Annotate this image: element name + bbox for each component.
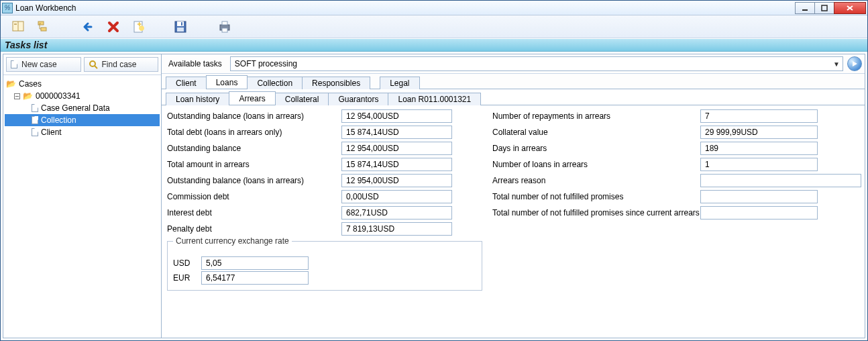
field-value[interactable]: 15 874,14USD — [341, 158, 452, 171]
right-pane: Available tasks SOFT processing ▼ Client… — [162, 54, 865, 338]
search-icon — [89, 60, 98, 69]
tab-spacer — [370, 87, 380, 89]
page-icon — [32, 116, 38, 124]
tab-arrears[interactable]: Arrears — [229, 91, 275, 105]
page-icon — [32, 128, 38, 136]
task-select[interactable]: SOFT processing ▼ — [230, 56, 843, 71]
field-value[interactable] — [700, 174, 861, 187]
toolbar-back-button[interactable] — [78, 17, 97, 36]
tab-responsibles[interactable]: Responsibles — [302, 77, 370, 89]
folder-open-icon: 📂 — [6, 80, 16, 88]
field-value[interactable]: 189 — [700, 142, 818, 155]
page-icon — [11, 60, 17, 68]
collapse-icon[interactable]: – — [14, 93, 20, 99]
field-value[interactable]: 7 819,13USD — [341, 222, 452, 236]
chevron-down-icon: ▼ — [833, 60, 840, 68]
field-value[interactable]: 12 954,00USD — [341, 109, 452, 123]
minimize-icon — [802, 5, 808, 11]
fx-label: EUR — [173, 273, 196, 283]
svg-rect-8 — [41, 28, 46, 31]
main-area: New case Find case 📂 Cases – 📂 000000334… — [3, 54, 865, 338]
app-window: % Loan Workbench — [0, 0, 868, 341]
available-tasks-label: Available tasks — [164, 59, 226, 68]
svg-rect-6 — [14, 23, 17, 25]
field-value[interactable]: 682,71USD — [341, 206, 452, 220]
toolbar-new-button[interactable] — [129, 17, 148, 36]
field-value[interactable]: 12 954,00USD — [341, 142, 452, 155]
tab-collection[interactable]: Collection — [247, 77, 303, 89]
tab-loan-history[interactable]: Loan history — [166, 93, 229, 105]
tree-node-general[interactable]: Case General Data — [5, 102, 160, 114]
taskbar: Available tasks SOFT processing ▼ — [162, 54, 865, 74]
window-title: Loan Workbench — [15, 3, 796, 13]
toolbar-print-button[interactable] — [215, 17, 234, 36]
task-select-value: SOFT processing — [235, 59, 297, 68]
new-doc-icon — [131, 19, 146, 34]
svg-rect-15 — [222, 21, 227, 25]
tabs-primary: Client Loans Collection Responsibles Leg… — [162, 74, 865, 89]
toolbar — [1, 15, 867, 38]
close-button[interactable] — [834, 2, 866, 14]
tab-loans[interactable]: Loans — [206, 75, 248, 89]
x-icon — [106, 19, 121, 34]
window-buttons — [796, 2, 866, 14]
fx-label: USD — [173, 258, 196, 268]
toolbar-button-1[interactable] — [9, 17, 28, 36]
new-case-button[interactable]: New case — [6, 57, 81, 72]
tab-guarantors[interactable]: Guarantors — [328, 93, 388, 105]
folder-open-icon: 📂 — [23, 92, 33, 100]
minimize-button[interactable] — [795, 2, 815, 14]
field-label: Outstanding balance — [167, 144, 341, 153]
tree-node-label: Collection — [41, 115, 76, 125]
toolbar-button-2[interactable] — [34, 17, 53, 36]
fx-legend: Current currency exchange rate — [173, 236, 292, 246]
tab-legal[interactable]: Legal — [380, 77, 419, 89]
tree-node-label: Client — [41, 128, 62, 137]
field-label: Total number of not fulfilled promises s… — [492, 208, 700, 217]
left-buttons: New case Find case — [3, 54, 161, 75]
field-value[interactable]: 29 999,99USD — [700, 126, 818, 139]
close-icon — [846, 5, 854, 11]
tree-case[interactable]: – 📂 0000003341 — [5, 90, 160, 102]
task-go-button[interactable] — [847, 56, 862, 71]
maximize-button[interactable] — [814, 2, 834, 14]
svg-rect-1 — [822, 5, 827, 11]
find-case-button[interactable]: Find case — [84, 57, 159, 72]
field-label: Total number of not fulfilled promises — [492, 192, 700, 201]
tree-node-label: Case General Data — [41, 103, 110, 113]
left-pane: New case Find case 📂 Cases – 📂 000000334… — [3, 54, 162, 338]
tree-node-collection[interactable]: Collection — [5, 114, 160, 126]
field-value[interactable] — [700, 206, 818, 220]
tree-root[interactable]: 📂 Cases — [5, 78, 160, 90]
fx-value[interactable]: 6,54177 — [201, 271, 309, 285]
tab-collateral[interactable]: Collateral — [275, 93, 329, 105]
titlebar: % Loan Workbench — [1, 1, 867, 15]
field-value[interactable] — [700, 190, 818, 203]
tab-client[interactable]: Client — [166, 77, 207, 89]
field-value[interactable]: 7 — [700, 109, 818, 123]
svg-rect-12 — [177, 28, 184, 32]
toolbar-save-button[interactable] — [171, 17, 190, 36]
case-tree[interactable]: 📂 Cases – 📂 0000003341 Case General Data… — [3, 75, 161, 338]
play-icon — [851, 60, 858, 67]
fx-row-usd: USD 5,05 — [173, 256, 476, 270]
svg-point-17 — [90, 61, 95, 66]
panel-icon — [11, 19, 25, 34]
fx-row-eur: EUR 6,54177 — [173, 271, 476, 285]
tree-node-client[interactable]: Client — [5, 126, 160, 138]
fx-value[interactable]: 5,05 — [201, 256, 309, 270]
field-value[interactable]: 12 954,00USD — [341, 174, 452, 187]
field-value[interactable]: 15 874,14USD — [341, 126, 452, 139]
field-label: Commission debt — [167, 192, 341, 201]
field-label: Days in arrears — [492, 144, 700, 153]
field-label: Number of loans in arrears — [492, 160, 700, 169]
field-label: Number of repayments in arrears — [492, 111, 700, 121]
field-value[interactable]: 1 — [700, 158, 818, 171]
field-value[interactable]: 0,00USD — [341, 190, 452, 203]
page-icon — [32, 104, 38, 112]
tab-loan-detail[interactable]: Loan R011.0001321 — [388, 93, 481, 105]
svg-rect-16 — [222, 28, 227, 32]
svg-rect-11 — [177, 21, 184, 26]
tree-icon — [36, 19, 51, 34]
toolbar-delete-button[interactable] — [104, 17, 123, 36]
